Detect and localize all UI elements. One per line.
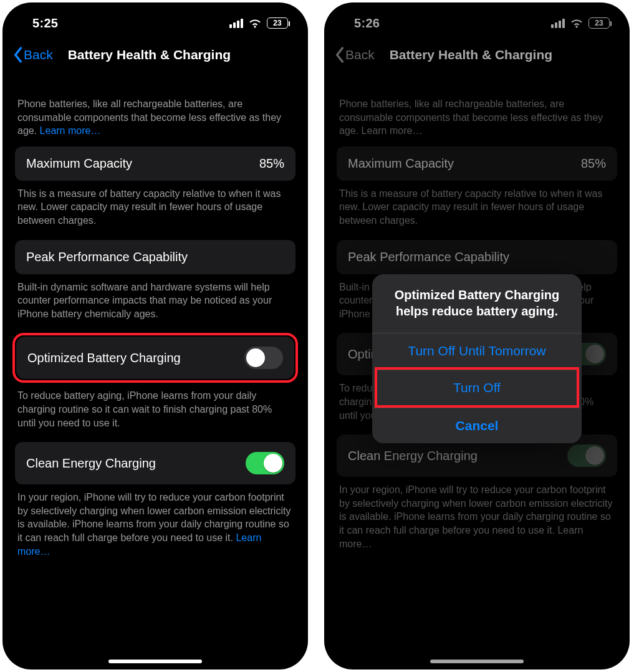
page-title: Battery Health & Charging bbox=[390, 47, 552, 62]
back-label: Back bbox=[24, 47, 53, 62]
clean-energy-label: Clean Energy Charging bbox=[348, 449, 478, 463]
wifi-icon bbox=[248, 18, 262, 28]
intro-note: Phone batteries, like all rechargeable b… bbox=[337, 71, 617, 146]
status-icons: 23 bbox=[229, 17, 288, 29]
peak-performance-note: Built-in dynamic software and hardware s… bbox=[15, 274, 295, 334]
home-indicator[interactable] bbox=[108, 660, 202, 663]
clean-energy-label: Clean Energy Charging bbox=[26, 456, 156, 471]
chevron-left-icon bbox=[12, 47, 24, 63]
status-time: 5:26 bbox=[354, 16, 380, 31]
maximum-capacity-row: Maximum Capacity 85% bbox=[337, 146, 617, 181]
maximum-capacity-value: 85% bbox=[259, 156, 284, 171]
back-button[interactable]: Back bbox=[330, 44, 378, 65]
intro-note: Phone batteries, like all rechargeable b… bbox=[15, 71, 295, 146]
optimized-charging-toggle[interactable] bbox=[244, 347, 283, 369]
chevron-left-icon bbox=[334, 47, 345, 63]
status-bar: 5:26 23 bbox=[324, 2, 630, 39]
cellular-signal-icon bbox=[229, 19, 243, 28]
clean-energy-toggle[interactable] bbox=[246, 452, 284, 474]
maximum-capacity-row[interactable]: Maximum Capacity 85% bbox=[15, 146, 295, 181]
status-bar: 5:25 23 bbox=[2, 2, 308, 39]
clean-energy-row[interactable]: Clean Energy Charging bbox=[15, 442, 295, 484]
peak-performance-row[interactable]: Peak Performance Capability bbox=[15, 240, 295, 274]
peak-performance-label: Peak Performance Capability bbox=[26, 250, 188, 264]
phone-right: 5:26 23 Back Battery Health & Charging P… bbox=[324, 2, 630, 670]
maximum-capacity-note: This is a measure of battery capacity re… bbox=[337, 181, 617, 240]
action-sheet-title: Optimized Battery Charging helps reduce … bbox=[372, 274, 582, 333]
maximum-capacity-note: This is a measure of battery capacity re… bbox=[15, 181, 295, 240]
battery-percent: 23 bbox=[595, 19, 603, 27]
phone-left: 5:25 23 Back Battery Health & Charging P… bbox=[2, 2, 308, 670]
turn-off-button[interactable]: Turn Off bbox=[377, 370, 577, 405]
battery-level-icon: 23 bbox=[588, 17, 610, 29]
optimized-charging-note: To reduce battery aging, iPhone learns f… bbox=[15, 383, 295, 442]
clean-energy-note: In your region, iPhone will try to reduc… bbox=[337, 477, 617, 563]
clean-energy-note: In your region, iPhone will try to reduc… bbox=[15, 484, 295, 570]
maximum-capacity-value: 85% bbox=[581, 156, 606, 171]
back-button[interactable]: Back bbox=[9, 44, 57, 65]
clean-energy-toggle bbox=[567, 444, 606, 467]
maximum-capacity-label: Maximum Capacity bbox=[348, 156, 454, 171]
cellular-signal-icon bbox=[551, 19, 565, 28]
optimized-charging-label: Optimized Battery Charging bbox=[27, 351, 181, 365]
battery-level-icon: 23 bbox=[267, 17, 288, 29]
learn-more-link[interactable]: Learn more… bbox=[40, 125, 101, 136]
learn-more-link: Learn more… bbox=[362, 125, 423, 136]
settings-content: Phone batteries, like all rechargeable b… bbox=[2, 71, 308, 570]
cancel-button[interactable]: Cancel bbox=[372, 408, 582, 443]
page-title: Battery Health & Charging bbox=[68, 47, 231, 62]
turn-off-until-tomorrow-button[interactable]: Turn Off Until Tomorrow bbox=[372, 333, 582, 368]
battery-percent: 23 bbox=[273, 19, 281, 27]
highlight-optimized-row: Optimized Battery Charging bbox=[12, 333, 298, 383]
action-sheet: Optimized Battery Charging helps reduce … bbox=[372, 274, 582, 443]
peak-performance-label: Peak Performance Capability bbox=[348, 250, 509, 264]
back-label: Back bbox=[345, 47, 375, 62]
peak-performance-row: Peak Performance Capability bbox=[337, 240, 617, 274]
nav-bar: Back Battery Health & Charging bbox=[324, 39, 630, 71]
status-time: 5:25 bbox=[32, 16, 58, 31]
optimized-charging-row[interactable]: Optimized Battery Charging bbox=[16, 337, 294, 379]
maximum-capacity-label: Maximum Capacity bbox=[26, 156, 132, 171]
status-icons: 23 bbox=[551, 17, 610, 29]
home-indicator[interactable] bbox=[430, 660, 524, 663]
nav-bar: Back Battery Health & Charging bbox=[2, 39, 308, 71]
highlight-turn-off: Turn Off bbox=[375, 367, 579, 408]
wifi-icon bbox=[570, 18, 584, 28]
